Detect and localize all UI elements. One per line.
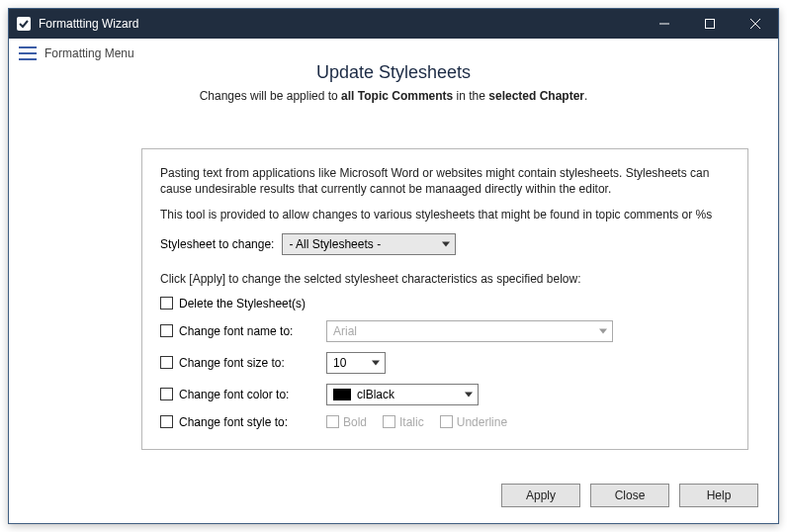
font-color-value: clBlack [357,388,394,401]
minimize-button[interactable] [642,9,687,39]
sub-prefix: Changes will be applied to [200,89,341,103]
stylesheet-label: Stylesheet to change: [160,237,274,251]
change-font-color-label: Change font color to: [179,388,289,401]
italic-label: Italic [399,415,424,429]
sub-bold2: selected Chapter [488,89,584,103]
change-font-name-label: Change font name to: [179,324,293,338]
window-frame: Formattting Wizard Formatting Menu Updat… [8,8,779,524]
bold-label: Bold [343,415,367,429]
chevron-down-icon [599,328,607,333]
underline-checkbox[interactable] [440,415,453,428]
change-font-size-checkbox[interactable] [160,356,173,369]
sub-bold1: all Topic Comments [341,89,453,103]
chevron-down-icon [372,360,380,365]
apply-button[interactable]: Apply [501,484,580,507]
font-name-select[interactable]: Arial [326,320,613,342]
sub-mid: in the [453,89,488,103]
maximize-button[interactable] [687,9,733,39]
sub-suffix: . [584,89,587,103]
underline-label: Underline [457,415,507,429]
delete-stylesheet-label: Delete the Stylesheet(s) [179,297,306,310]
app-icon [17,17,31,31]
change-font-name-checkbox[interactable] [160,324,173,337]
change-font-style-label: Change font style to: [179,415,288,429]
footer: Apply Close Help [9,470,778,523]
font-name-value: Arial [333,324,357,338]
stylesheet-value: - All Stylesheets - [289,237,381,251]
page-subtitle: Changes will be applied to all Topic Com… [9,89,778,103]
chevron-down-icon [442,241,450,246]
help-button[interactable]: Help [679,484,758,507]
font-color-select[interactable]: clBlack [326,384,479,405]
window-title: Formattting Wizard [39,17,138,31]
instruction-text: Click [Apply] to change the selcted styl… [160,271,730,287]
titlebar: Formattting Wizard [9,9,778,39]
change-font-style-checkbox[interactable] [160,415,173,428]
close-window-button[interactable] [733,9,778,39]
formatting-menu-button[interactable]: Formatting Menu [44,46,134,60]
bold-checkbox[interactable] [326,415,339,428]
italic-checkbox[interactable] [383,415,395,428]
change-font-color-checkbox[interactable] [160,388,173,400]
stylesheet-select[interactable]: - All Stylesheets - [282,233,456,255]
change-font-size-label: Change font size to: [179,356,285,370]
color-swatch [333,389,351,400]
chevron-down-icon [465,392,473,397]
hamburger-icon[interactable] [19,46,37,60]
menubar: Formatting Menu [9,39,778,68]
font-size-value: 10 [333,356,346,370]
delete-stylesheet-checkbox[interactable] [160,297,173,310]
main-panel: Pasting text from applications like Micr… [141,148,748,450]
font-size-select[interactable]: 10 [326,352,386,374]
svg-rect-1 [706,20,715,29]
intro-paragraph-2: This tool is provided to allow changes t… [160,207,730,222]
close-button[interactable]: Close [590,484,669,507]
intro-paragraph-1: Pasting text from applications like Micr… [160,165,730,197]
